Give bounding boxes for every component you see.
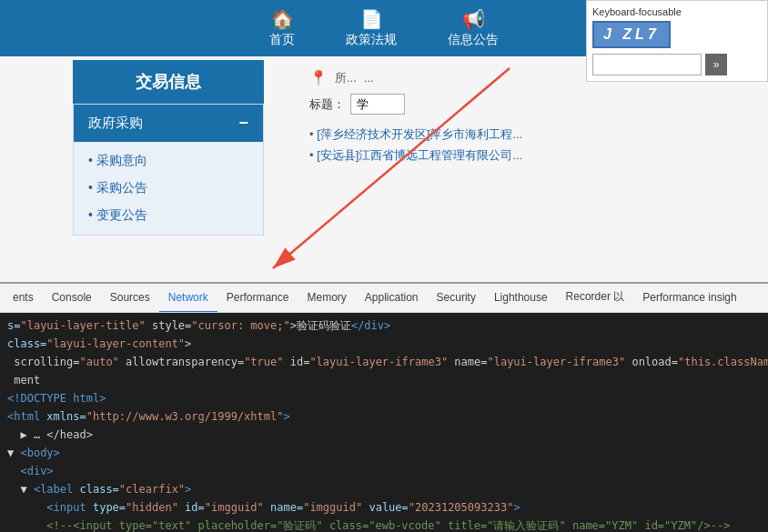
nav-item-info[interactable]: 📢 信息公告 [422, 1, 524, 55]
menu-item-0[interactable]: 采购意向 [74, 147, 263, 175]
result-item-0[interactable]: [萍乡经济技术开发区]萍乡市海利工程... [309, 124, 750, 145]
code-line-6: <html xmlns="http://www.w3.org/1999/xhtm… [0, 407, 768, 426]
main-content: 交易信息 政府采购 − 采购意向 采购公告 变更公告 📍 所... ... [0, 60, 768, 278]
tab-recorder[interactable]: Recorder 以 [557, 284, 634, 313]
code-line-3: scrolling="auto" allowtransparency="true… [0, 353, 768, 371]
menu-header: 交易信息 [73, 60, 264, 104]
devtools-code-content[interactable]: s="layui-layer-title" style="cursor: mov… [0, 313, 768, 532]
code-line-8: ▼ <body> [0, 444, 768, 462]
menu-item-1[interactable]: 采购公告 [74, 175, 263, 202]
result-items: [萍乡经济技术开发区]萍乡市海利工程... [安远县]江西省博远工程管理有限公司… [309, 124, 750, 166]
search-input[interactable] [592, 54, 702, 75]
captcha-box: J ZL7 [592, 21, 762, 48]
devtools-tabs: ents Console Sources Network Performance… [0, 284, 768, 313]
menu-section: 政府采购 − 采购意向 采购公告 变更公告 [73, 104, 264, 236]
nav-label-policy: 政策法规 [346, 32, 397, 48]
website-area: 🏠 首页 📄 政策法规 📢 信息公告 Keyboard-focusable J … [0, 0, 768, 282]
tab-sources[interactable]: Sources [101, 284, 159, 313]
keyboard-focusable-label: Keyboard-focusable [592, 6, 762, 17]
code-line-11: <input type="hidden" id="imgguid" name="… [0, 498, 768, 517]
code-line-12: <!--<input type="text" placeholder="验证码"… [0, 517, 768, 532]
code-line-2: class="layui-layer-content"> [0, 335, 768, 353]
code-line-1: s="layui-layer-title" style="cursor: mov… [0, 316, 768, 335]
nav-item-policy[interactable]: 📄 政策法规 [320, 1, 422, 55]
code-line-4: ment [0, 371, 768, 389]
captcha-image[interactable]: J ZL7 [592, 21, 671, 48]
menu-items: 采购意向 采购公告 变更公告 [74, 142, 263, 235]
tab-console[interactable]: Console [43, 284, 101, 313]
menu-section-header[interactable]: 政府采购 − [74, 105, 263, 142]
nav-label-info: 信息公告 [448, 32, 499, 48]
tab-memory[interactable]: Memory [298, 284, 355, 313]
menu-item-2[interactable]: 变更公告 [74, 202, 263, 229]
code-line-10: ▼ <label class="clearfix"> [0, 480, 768, 498]
right-info: 📍 所... ... 标题： [萍乡经济技术开发区]萍乡市海利工程... [安远… [291, 60, 768, 278]
search-row: » [592, 54, 762, 75]
filter-label: 标题： [309, 96, 345, 113]
tab-elements[interactable]: ents [4, 284, 43, 313]
tab-lighthouse[interactable]: Lighthouse [485, 284, 557, 313]
tab-application[interactable]: Application [356, 284, 428, 313]
filter-row: 标题： [309, 94, 750, 115]
location-icon: 📍 [309, 69, 328, 86]
code-line-9: <div> [0, 462, 768, 480]
home-icon: 🏠 [271, 8, 294, 30]
tab-perf-insights[interactable]: Performance insigh [633, 284, 745, 313]
code-line-7: ▶ … </head> [0, 426, 768, 444]
result-item-1[interactable]: [安远县]江西省博远工程管理有限公司... [309, 145, 750, 166]
code-line-5: <!DOCTYPE html> [0, 389, 768, 407]
right-panel: Keyboard-focusable J ZL7 » [586, 0, 768, 82]
search-button[interactable]: » [705, 54, 727, 75]
filter-input[interactable] [350, 94, 405, 115]
location-text: 所... [335, 70, 357, 86]
menu-section-title: 政府采购 [88, 115, 143, 132]
devtools-panel: ents Console Sources Network Performance… [0, 282, 768, 532]
menu-section-toggle[interactable]: − [238, 114, 248, 133]
nav-label-home: 首页 [269, 32, 295, 48]
tab-network[interactable]: Network [159, 284, 217, 313]
tab-performance[interactable]: Performance [217, 284, 298, 313]
tab-security[interactable]: Security [428, 284, 485, 313]
policy-icon: 📄 [360, 8, 383, 30]
nav-item-home[interactable]: 🏠 首页 [244, 1, 320, 55]
location-extra: ... [364, 71, 374, 85]
left-menu: 交易信息 政府采购 − 采购意向 采购公告 变更公告 [0, 60, 291, 278]
info-icon: 📢 [462, 8, 485, 30]
